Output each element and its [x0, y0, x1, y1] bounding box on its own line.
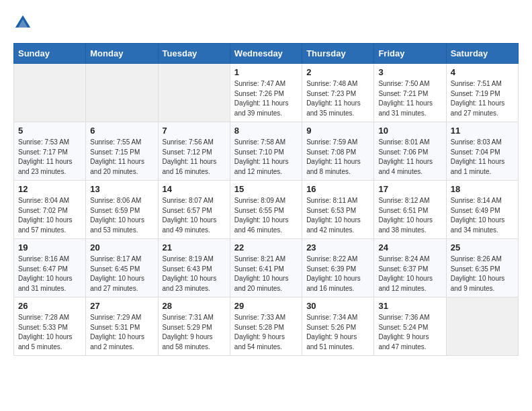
day-detail: Sunrise: 8:03 AM Sunset: 7:04 PM Dayligh… — [451, 138, 514, 177]
calendar-cell: 16Sunrise: 8:11 AM Sunset: 6:53 PM Dayli… — [302, 181, 374, 239]
day-detail: Sunrise: 7:55 AM Sunset: 7:15 PM Dayligh… — [90, 138, 153, 177]
calendar-cell: 8Sunrise: 7:58 AM Sunset: 7:10 PM Daylig… — [230, 122, 302, 181]
day-detail: Sunrise: 8:14 AM Sunset: 6:49 PM Dayligh… — [451, 196, 514, 235]
day-number: 7 — [163, 126, 226, 136]
day-number: 6 — [90, 126, 153, 136]
day-number: 5 — [18, 126, 81, 136]
day-detail: Sunrise: 8:19 AM Sunset: 6:43 PM Dayligh… — [163, 255, 226, 293]
calendar-cell: 29Sunrise: 7:33 AM Sunset: 5:28 PM Dayli… — [230, 298, 302, 356]
calendar-cell: 30Sunrise: 7:34 AM Sunset: 5:26 PM Dayli… — [302, 298, 374, 356]
weekday-header-friday: Friday — [374, 44, 446, 64]
day-detail: Sunrise: 7:31 AM Sunset: 5:29 PM Dayligh… — [163, 313, 226, 352]
day-number: 10 — [378, 126, 441, 136]
day-number: 20 — [90, 242, 153, 253]
calendar-week-4: 19Sunrise: 8:16 AM Sunset: 6:47 PM Dayli… — [14, 239, 519, 298]
day-number: 23 — [306, 242, 369, 253]
weekday-header-tuesday: Tuesday — [158, 44, 230, 64]
day-number: 1 — [234, 67, 298, 77]
day-detail: Sunrise: 7:34 AM Sunset: 5:26 PM Dayligh… — [306, 313, 369, 352]
calendar-cell: 23Sunrise: 8:22 AM Sunset: 6:39 PM Dayli… — [302, 239, 374, 298]
calendar-cell: 22Sunrise: 8:21 AM Sunset: 6:41 PM Dayli… — [230, 239, 302, 298]
calendar-cell: 19Sunrise: 8:16 AM Sunset: 6:47 PM Dayli… — [14, 239, 86, 298]
day-detail: Sunrise: 7:59 AM Sunset: 7:08 PM Dayligh… — [306, 138, 369, 177]
weekday-header-monday: Monday — [86, 44, 158, 64]
day-detail: Sunrise: 8:07 AM Sunset: 6:57 PM Dayligh… — [163, 196, 226, 235]
day-number: 29 — [234, 301, 298, 311]
day-detail: Sunrise: 7:48 AM Sunset: 7:23 PM Dayligh… — [306, 79, 369, 118]
calendar-cell: 11Sunrise: 8:03 AM Sunset: 7:04 PM Dayli… — [446, 122, 518, 181]
day-number: 8 — [234, 126, 298, 136]
calendar-cell: 17Sunrise: 8:12 AM Sunset: 6:51 PM Dayli… — [374, 181, 446, 239]
calendar-cell: 13Sunrise: 8:06 AM Sunset: 6:59 PM Dayli… — [86, 181, 158, 239]
day-number: 13 — [90, 184, 153, 194]
calendar-week-3: 12Sunrise: 8:04 AM Sunset: 7:02 PM Dayli… — [14, 181, 519, 239]
calendar-cell: 21Sunrise: 8:19 AM Sunset: 6:43 PM Dayli… — [158, 239, 230, 298]
day-number: 11 — [451, 126, 514, 136]
day-number: 14 — [163, 184, 226, 194]
day-number: 22 — [234, 242, 298, 253]
day-detail: Sunrise: 8:06 AM Sunset: 6:59 PM Dayligh… — [90, 196, 153, 235]
calendar-cell: 9Sunrise: 7:59 AM Sunset: 7:08 PM Daylig… — [302, 122, 374, 181]
day-detail: Sunrise: 8:21 AM Sunset: 6:41 PM Dayligh… — [234, 255, 298, 293]
calendar-table: SundayMondayTuesdayWednesdayThursdayFrid… — [13, 43, 519, 356]
day-detail: Sunrise: 8:17 AM Sunset: 6:45 PM Dayligh… — [90, 255, 153, 293]
weekday-header-wednesday: Wednesday — [230, 44, 302, 64]
day-detail: Sunrise: 8:12 AM Sunset: 6:51 PM Dayligh… — [378, 196, 441, 235]
day-detail: Sunrise: 8:22 AM Sunset: 6:39 PM Dayligh… — [306, 255, 369, 293]
calendar-cell: 12Sunrise: 8:04 AM Sunset: 7:02 PM Dayli… — [14, 181, 86, 239]
calendar-cell: 6Sunrise: 7:55 AM Sunset: 7:15 PM Daylig… — [86, 122, 158, 181]
day-number: 28 — [163, 301, 226, 311]
calendar-cell: 5Sunrise: 7:53 AM Sunset: 7:17 PM Daylig… — [14, 122, 86, 181]
calendar-cell — [86, 64, 158, 122]
calendar-cell: 2Sunrise: 7:48 AM Sunset: 7:23 PM Daylig… — [302, 64, 374, 122]
day-detail: Sunrise: 7:33 AM Sunset: 5:28 PM Dayligh… — [234, 313, 298, 352]
day-number: 4 — [451, 67, 514, 77]
logo-icon — [13, 13, 32, 32]
weekday-header-sunday: Sunday — [14, 44, 86, 64]
calendar-cell: 15Sunrise: 8:09 AM Sunset: 6:55 PM Dayli… — [230, 181, 302, 239]
day-detail: Sunrise: 7:51 AM Sunset: 7:19 PM Dayligh… — [451, 79, 514, 118]
day-detail: Sunrise: 7:36 AM Sunset: 5:24 PM Dayligh… — [378, 313, 441, 352]
calendar-cell: 7Sunrise: 7:56 AM Sunset: 7:12 PM Daylig… — [158, 122, 230, 181]
day-number: 30 — [306, 301, 369, 311]
weekday-header-thursday: Thursday — [302, 44, 374, 64]
page-header — [13, 13, 519, 32]
day-number: 25 — [451, 242, 514, 253]
day-number: 9 — [306, 126, 369, 136]
day-detail: Sunrise: 7:56 AM Sunset: 7:12 PM Dayligh… — [163, 138, 226, 177]
calendar-cell: 20Sunrise: 8:17 AM Sunset: 6:45 PM Dayli… — [86, 239, 158, 298]
calendar-cell: 27Sunrise: 7:29 AM Sunset: 5:31 PM Dayli… — [86, 298, 158, 356]
day-detail: Sunrise: 8:26 AM Sunset: 6:35 PM Dayligh… — [451, 255, 514, 293]
day-number: 21 — [163, 242, 226, 253]
calendar-cell: 25Sunrise: 8:26 AM Sunset: 6:35 PM Dayli… — [446, 239, 518, 298]
day-detail: Sunrise: 7:53 AM Sunset: 7:17 PM Dayligh… — [18, 138, 81, 177]
day-detail: Sunrise: 7:58 AM Sunset: 7:10 PM Dayligh… — [234, 138, 298, 177]
day-number: 31 — [378, 301, 441, 311]
calendar-cell: 18Sunrise: 8:14 AM Sunset: 6:49 PM Dayli… — [446, 181, 518, 239]
day-detail: Sunrise: 7:29 AM Sunset: 5:31 PM Dayligh… — [90, 313, 153, 352]
calendar-cell: 26Sunrise: 7:28 AM Sunset: 5:33 PM Dayli… — [14, 298, 86, 356]
calendar-cell — [158, 64, 230, 122]
day-number: 27 — [90, 301, 153, 311]
day-detail: Sunrise: 7:47 AM Sunset: 7:26 PM Dayligh… — [234, 79, 298, 118]
day-number: 2 — [306, 67, 369, 77]
day-detail: Sunrise: 8:04 AM Sunset: 7:02 PM Dayligh… — [18, 196, 81, 235]
day-number: 18 — [451, 184, 514, 194]
day-detail: Sunrise: 8:16 AM Sunset: 6:47 PM Dayligh… — [18, 255, 81, 293]
calendar-cell: 10Sunrise: 8:01 AM Sunset: 7:06 PM Dayli… — [374, 122, 446, 181]
day-detail: Sunrise: 8:24 AM Sunset: 6:37 PM Dayligh… — [378, 255, 441, 293]
day-number: 17 — [378, 184, 441, 194]
weekday-header-saturday: Saturday — [446, 44, 518, 64]
calendar-cell: 24Sunrise: 8:24 AM Sunset: 6:37 PM Dayli… — [374, 239, 446, 298]
day-number: 16 — [306, 184, 369, 194]
day-number: 15 — [234, 184, 298, 194]
day-number: 26 — [18, 301, 81, 311]
day-detail: Sunrise: 7:28 AM Sunset: 5:33 PM Dayligh… — [18, 313, 81, 352]
calendar-cell — [14, 64, 86, 122]
calendar-header-row: SundayMondayTuesdayWednesdayThursdayFrid… — [14, 44, 519, 64]
calendar-week-2: 5Sunrise: 7:53 AM Sunset: 7:17 PM Daylig… — [14, 122, 519, 181]
calendar-week-1: 1Sunrise: 7:47 AM Sunset: 7:26 PM Daylig… — [14, 64, 519, 122]
day-detail: Sunrise: 8:09 AM Sunset: 6:55 PM Dayligh… — [234, 196, 298, 235]
day-detail: Sunrise: 8:11 AM Sunset: 6:53 PM Dayligh… — [306, 196, 369, 235]
day-number: 12 — [18, 184, 81, 194]
